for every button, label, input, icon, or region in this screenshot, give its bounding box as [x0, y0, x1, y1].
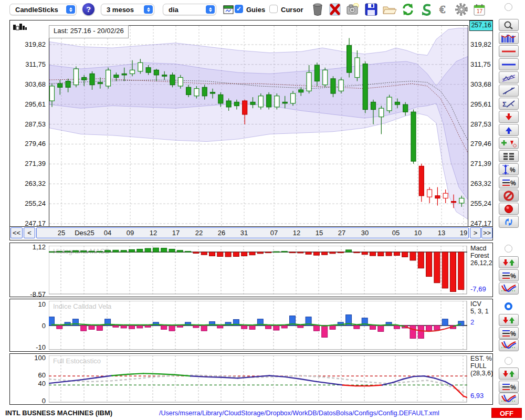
x-axis-date-label: 12 — [293, 229, 300, 237]
icv-caption: ICV — [470, 300, 489, 308]
stochastic-caption: EST. % — [470, 355, 493, 362]
volume-histogram-icon[interactable] — [13, 23, 27, 33]
down-up-arrows-icon[interactable] — [499, 256, 519, 268]
y-axis-label: 295,61 — [11, 100, 46, 108]
euro-icon[interactable]: € — [436, 2, 452, 17]
guies-checkbox[interactable] — [235, 5, 243, 13]
delete-x-icon[interactable] — [327, 2, 343, 17]
add-marker-icon[interactable] — [499, 137, 519, 149]
y-axis-label: 287,53 — [470, 120, 493, 128]
x-axis-date-label: 30 — [361, 229, 369, 237]
y-axis-label: 303,68 — [11, 80, 46, 88]
interval-select[interactable]: dia — [163, 4, 216, 15]
lines-percent-icon[interactable]: % — [499, 269, 519, 281]
icv-radio[interactable] — [505, 302, 512, 310]
red-line-icon[interactable] — [499, 45, 519, 57]
sum-line-icon[interactable]: Σ — [499, 98, 519, 110]
svg-text:%: % — [510, 384, 516, 391]
trash-icon[interactable] — [310, 2, 326, 17]
instrument-name: INTL BUSNESS MACHINES (IBM) — [5, 409, 112, 417]
scroll-left-button[interactable]: < — [24, 227, 35, 238]
main-chart-radio[interactable] — [505, 3, 512, 11]
macd-caption: Macd — [470, 245, 493, 252]
period-select[interactable]: 3 mesos — [101, 4, 154, 15]
charting-app-window: CandleSticks 3 mesos dia Guies Cursor — [0, 0, 525, 420]
x-axis-date-label: 17 — [172, 229, 180, 237]
macd-panel: 1,12-8,57 Histograma MACD Macd Forest 26… — [9, 243, 493, 297]
chart-type-value: CandleSticks — [15, 6, 58, 14]
y-axis-label: 40 — [11, 380, 46, 387]
config-path[interactable]: /Users/mserra/Library/CloudStorage/Dropb… — [159, 410, 439, 417]
lines-icon[interactable] — [499, 150, 519, 162]
help-icon[interactable] — [82, 3, 94, 15]
swap-arrows-icon[interactable] — [499, 216, 519, 228]
date-labels-strip[interactable]: 25Des2504091217222631071215273005101319 — [36, 227, 469, 238]
scroll-far-left-button[interactable]: << — [10, 227, 23, 238]
icv-canvas[interactable] — [49, 301, 467, 350]
svg-text:%: % — [510, 272, 516, 280]
period-value: 3 mesos — [107, 6, 134, 14]
lines-percent-icon[interactable]: % — [499, 327, 519, 339]
macd-radio[interactable] — [505, 245, 512, 253]
y-axis-label: 311,75 — [470, 60, 493, 68]
chart-type-select[interactable]: CandleSticks — [9, 4, 77, 15]
down-up-arrows-icon[interactable] — [499, 314, 519, 326]
main-chart-canvas[interactable] — [49, 25, 468, 228]
icv-value: 2 — [470, 318, 474, 326]
cursor-label: Cursor — [281, 6, 303, 14]
histogram-chart-icon[interactable] — [499, 32, 519, 44]
calendar-icon[interactable]: 17 — [471, 2, 487, 17]
scroll-far-right-button[interactable]: >> — [481, 227, 492, 238]
x-axis-date-label: 13 — [438, 229, 445, 237]
forbidden-icon[interactable] — [499, 190, 519, 202]
lines-percent-icon[interactable]: % — [499, 176, 519, 188]
arrow-up-blue-icon[interactable] — [499, 124, 519, 136]
y-axis-label: 255,24 — [11, 200, 46, 207]
gear-icon[interactable] — [454, 2, 469, 17]
zoom-icon[interactable] — [499, 19, 519, 31]
chevron-updown-icon — [144, 5, 153, 14]
sync-s-icon[interactable] — [418, 2, 434, 17]
main-chart-panel: 319,82311,75303,68295,61287,53279,46271,… — [9, 20, 493, 240]
svg-text:%: % — [510, 330, 516, 338]
y-axis-label: 279,46 — [470, 140, 493, 148]
blue-line-icon[interactable] — [499, 58, 519, 70]
off-toggle[interactable]: OFF — [491, 408, 522, 418]
y-axis-label: 295,61 — [470, 100, 493, 108]
y-axis-label: 60 — [11, 371, 46, 379]
mini-window-icon[interactable] — [220, 2, 236, 17]
down-up-arrows-icon[interactable] — [499, 368, 519, 380]
y-axis-label: 1,12 — [11, 243, 46, 251]
x-axis-date-label: Des25 — [75, 229, 94, 237]
current-price-tag: 257,16 — [469, 20, 493, 31]
x-axis-date-label: 07 — [270, 229, 278, 237]
measure-vertical-percent-icon[interactable]: % — [499, 163, 519, 175]
channel-icon[interactable] — [499, 71, 519, 83]
lines-percent-icon[interactable]: % — [499, 381, 519, 393]
trendline-icon[interactable] — [499, 85, 519, 97]
y-axis-label: 10 — [11, 300, 46, 308]
record-icon[interactable] — [499, 203, 519, 215]
stochastic-canvas[interactable] — [49, 355, 467, 403]
stochastic-radio[interactable] — [505, 357, 512, 365]
x-axis-date-label: 15 — [316, 229, 323, 237]
svg-text:€: € — [439, 3, 445, 16]
scroll-right-button[interactable]: > — [470, 227, 481, 238]
y-axis-label: 255,24 — [470, 200, 493, 207]
arrow-down-red-icon[interactable] — [499, 111, 519, 123]
y-axis-label: 311,75 — [11, 60, 46, 68]
y-axis-label: 0 — [11, 397, 46, 405]
macd-canvas[interactable] — [49, 246, 467, 295]
y-axis-label: 0 — [11, 322, 46, 330]
x-axis-date-label: 10 — [414, 229, 422, 237]
curve-icon[interactable] — [499, 282, 519, 295]
curve-icon[interactable] — [499, 393, 519, 405]
y-axis-label: 279,46 — [11, 140, 46, 148]
camera-icon[interactable] — [345, 2, 361, 17]
open-folder-icon[interactable] — [382, 2, 397, 17]
cursor-checkbox[interactable] — [269, 5, 278, 13]
save-floppy-icon[interactable] — [363, 2, 379, 17]
curve-icon[interactable] — [499, 339, 519, 351]
refresh-icon[interactable] — [400, 2, 416, 17]
x-axis-date-label: 27 — [338, 229, 345, 237]
